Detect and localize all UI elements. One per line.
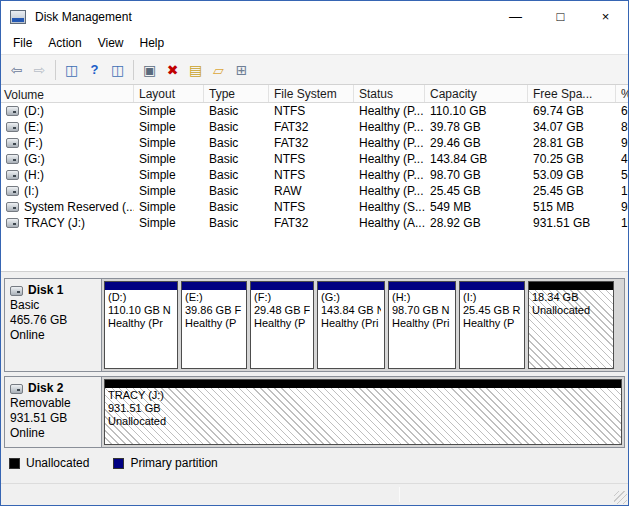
view-options-icon[interactable]: ⊞ <box>230 58 253 81</box>
computer-icon[interactable]: ▣ <box>138 58 161 81</box>
disk-1-row: Disk 1 Basic 465.76 GB Online (D:) 110.1… <box>4 278 625 372</box>
partition-i[interactable]: (I:) 25.45 GB R Healthy (P <box>459 281 525 369</box>
disk-graphical-pane: Disk 1 Basic 465.76 GB Online (D:) 110.1… <box>1 271 628 483</box>
cell-volume: (H:) <box>1 168 134 182</box>
disk-kind: Basic <box>10 298 96 313</box>
cell-capacity: 28.92 GB <box>425 216 528 230</box>
cell-status: Healthy (A... <box>354 216 425 230</box>
cell-layout: Simple <box>134 120 204 134</box>
close-button[interactable]: × <box>583 1 628 32</box>
cell-volume: (F:) <box>1 136 134 150</box>
column-header-free-space[interactable]: Free Spa... <box>528 85 616 102</box>
partition-status: Unallocated <box>108 415 618 428</box>
cell-volume: (D:) <box>1 104 134 118</box>
properties-icon[interactable]: ▤ <box>184 58 207 81</box>
cell-free-space: 34.07 GB <box>528 120 616 134</box>
cell-capacity: 143.84 GB <box>425 152 528 166</box>
column-header-layout[interactable]: Layout <box>134 85 204 102</box>
disk-2-info[interactable]: Disk 2 Removable 931.51 GB Online <box>5 377 102 447</box>
table-row[interactable]: System Reserved (... Simple Basic NTFS H… <box>1 199 628 215</box>
cell-file-system: NTFS <box>269 200 354 214</box>
cell-type: Basic <box>204 216 269 230</box>
partition-g[interactable]: (G:) 143.84 GB N Healthy (Pri <box>317 281 385 369</box>
cell-status: Healthy (P... <box>354 104 425 118</box>
table-row[interactable]: (F:) Simple Basic FAT32 Healthy (P... 29… <box>1 135 628 151</box>
column-header-volume[interactable]: Volume <box>1 85 134 102</box>
volume-name: System Reserved (... <box>24 200 134 214</box>
cell-pct-free: 100 % <box>616 216 628 230</box>
forward-icon[interactable]: ⇨ <box>28 58 51 81</box>
table-row[interactable]: (D:) Simple Basic NTFS Healthy (P... 110… <box>1 103 628 119</box>
open-folder-icon[interactable]: ▱ <box>207 58 230 81</box>
cell-status: Healthy (P... <box>354 120 425 134</box>
maximize-button[interactable]: □ <box>538 1 583 32</box>
unallocated-region-tracy[interactable]: TRACY (J:) 931.51 GB Unallocated <box>104 379 622 445</box>
resize-grip[interactable] <box>614 491 627 504</box>
cell-layout: Simple <box>134 216 204 230</box>
menu-file[interactable]: File <box>5 34 40 52</box>
back-icon[interactable]: ⇦ <box>5 58 28 81</box>
show-console-tree-icon[interactable]: ◫ <box>60 58 83 81</box>
column-header-file-system[interactable]: File System <box>269 85 354 102</box>
primary-partition-stripe <box>105 282 177 290</box>
disk-name: Disk 2 <box>28 381 63 396</box>
table-row[interactable]: (I:) Simple Basic RAW Healthy (P... 25.4… <box>1 183 628 199</box>
primary-partition-stripe <box>251 282 313 290</box>
menu-view[interactable]: View <box>90 34 132 52</box>
disk-2-row: Disk 2 Removable 931.51 GB Online TRACY … <box>4 376 625 448</box>
cell-free-space: 25.45 GB <box>528 184 616 198</box>
cell-type: Basic <box>204 168 269 182</box>
legend-item-primary-partition: Primary partition <box>113 456 217 470</box>
partition-e[interactable]: (E:) 39.86 GB F Healthy (P <box>181 281 247 369</box>
unallocated-swatch <box>9 458 20 469</box>
column-header-pct-free[interactable]: % Free <box>616 85 628 102</box>
table-row[interactable]: TRACY (J:) Simple Basic FAT32 Healthy (A… <box>1 215 628 231</box>
disk-1-info[interactable]: Disk 1 Basic 465.76 GB Online <box>5 279 102 371</box>
help-icon[interactable]: ? <box>83 58 106 81</box>
column-header-type[interactable]: Type <box>204 85 269 102</box>
cell-status: Healthy (P... <box>354 136 425 150</box>
cell-volume: (G:) <box>1 152 134 166</box>
cell-capacity: 110.10 GB <box>425 104 528 118</box>
cell-pct-free: 54 % <box>616 168 628 182</box>
partition-d[interactable]: (D:) 110.10 GB N Healthy (Pr <box>104 281 178 369</box>
show-action-pane-icon[interactable]: ◫ <box>106 58 129 81</box>
delete-volume-icon[interactable]: ✖ <box>161 58 184 81</box>
cell-status: Healthy (S... <box>354 200 425 214</box>
column-header-capacity[interactable]: Capacity <box>425 85 528 102</box>
partition-h[interactable]: (H:) 98.70 GB N Healthy (Pri <box>388 281 456 369</box>
disk-management-window: Disk Management — □ × File Action View H… <box>0 0 629 506</box>
menu-help[interactable]: Help <box>132 34 173 52</box>
minimize-button[interactable]: — <box>493 1 538 32</box>
cell-capacity: 25.45 GB <box>425 184 528 198</box>
menu-action[interactable]: Action <box>40 34 89 52</box>
app-icon[interactable] <box>10 10 26 24</box>
table-row[interactable]: (G:) Simple Basic NTFS Healthy (P... 143… <box>1 151 628 167</box>
partition-label: (I:) <box>463 291 521 304</box>
toolbar-separator <box>55 60 56 80</box>
volume-list: Volume Layout Type File System Status Ca… <box>1 85 628 271</box>
disk-icon <box>10 384 23 394</box>
title-bar[interactable]: Disk Management — □ × <box>1 1 628 32</box>
table-row[interactable]: (E:) Simple Basic FAT32 Healthy (P... 39… <box>1 119 628 135</box>
volume-icon <box>6 186 19 196</box>
volume-icon <box>6 218 19 228</box>
cell-type: Basic <box>204 200 269 214</box>
partition-status: Healthy (Pri <box>392 317 452 330</box>
column-header-status[interactable]: Status <box>354 85 425 102</box>
table-header: Volume Layout Type File System Status Ca… <box>1 85 628 103</box>
partition-f[interactable]: (F:) 29.48 GB F Healthy (P <box>250 281 314 369</box>
status-bar-separator <box>399 487 400 502</box>
partition-status: Healthy (Pr <box>108 317 174 330</box>
toolbar: ⇦ ⇨ ◫ ? ◫ ▣ ✖ ▤ ▱ ⊞ <box>1 54 628 85</box>
cell-free-space: 931.51 GB <box>528 216 616 230</box>
unallocated-region[interactable]: 18.34 GB Unallocated <box>528 281 614 369</box>
table-row[interactable]: (H:) Simple Basic NTFS Healthy (P... 98.… <box>1 167 628 183</box>
disk-state: Online <box>10 328 96 343</box>
cell-pct-free: 49 % <box>616 152 628 166</box>
partition-size: 25.45 GB R <box>463 304 521 317</box>
cell-free-space: 28.81 GB <box>528 136 616 150</box>
cell-capacity: 98.70 GB <box>425 168 528 182</box>
partition-size: 39.86 GB F <box>185 304 243 317</box>
disk-name: Disk 1 <box>28 283 63 298</box>
